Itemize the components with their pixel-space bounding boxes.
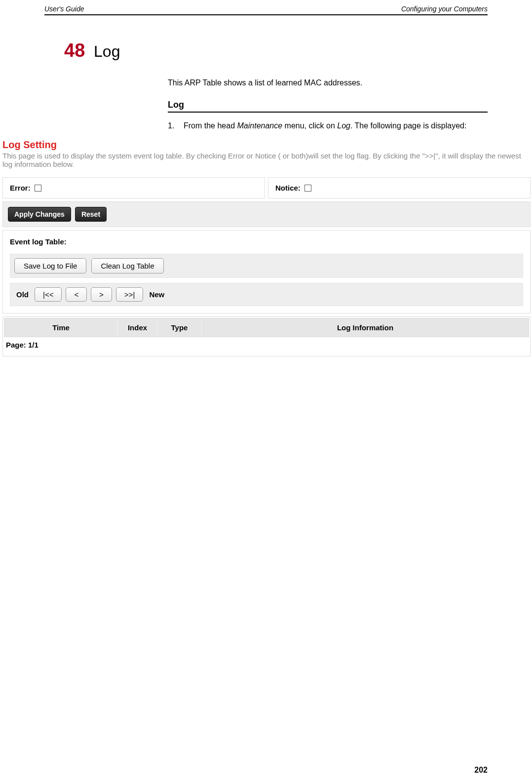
next-page-button[interactable]: > [91, 287, 112, 302]
screenshot-panel: Log Setting This page is used to display… [2, 139, 531, 356]
col-info-header: Log Information [202, 318, 529, 337]
col-time-header: Time [4, 318, 118, 337]
chapter-name: Log [94, 42, 120, 60]
event-log-title: Event log Table: [10, 237, 523, 246]
prev-page-button[interactable]: < [66, 287, 87, 302]
col-type-header: Type [157, 318, 202, 337]
save-log-button[interactable]: Save Log to File [14, 258, 86, 274]
header-left: User's Guide [44, 5, 84, 13]
header-divider [44, 14, 488, 15]
col-index-header: Index [118, 318, 157, 337]
clean-log-button[interactable]: Clean Log Table [91, 258, 163, 274]
step-1: 1. From the head Maintenance menu, click… [168, 121, 488, 130]
error-checkbox-row: Error: [2, 177, 265, 198]
apply-changes-button[interactable]: Apply Changes [8, 207, 71, 222]
page-indicator: Page: 1/1 [4, 338, 529, 356]
notice-label: Notice: [275, 184, 301, 192]
header-right: Configuring your Computers [401, 5, 488, 13]
section-title: Log [168, 100, 488, 113]
intro-text: This ARP Table shows a list of learned M… [168, 78, 488, 87]
log-table: Time Index Type Log Information Page: 1/… [2, 316, 531, 356]
log-setting-description: This page is used to display the system … [2, 152, 531, 168]
table-header-row: Time Index Type Log Information [4, 318, 529, 337]
pagination-row: Old |<< < > >>| New [10, 283, 523, 306]
event-log-buttons: Save Log to File Clean Log Table [10, 254, 523, 278]
first-page-button[interactable]: |<< [35, 287, 62, 302]
old-label: Old [16, 290, 29, 299]
new-label: New [149, 290, 164, 299]
error-label: Error: [10, 184, 31, 192]
step-text: From the head Maintenance menu, click on… [184, 121, 466, 130]
reset-button[interactable]: Reset [75, 207, 107, 222]
last-page-button[interactable]: >>| [116, 287, 143, 302]
notice-checkbox-icon[interactable] [304, 185, 311, 192]
page-number: 202 [474, 766, 488, 775]
log-setting-title: Log Setting [2, 139, 531, 151]
chapter-title: 48 Log [64, 40, 532, 61]
button-bar: Apply Changes Reset [2, 201, 531, 227]
step-number: 1. [168, 121, 184, 130]
chapter-number: 48 [64, 40, 85, 61]
event-log-panel: Event log Table: Save Log to File Clean … [2, 230, 531, 313]
notice-checkbox-row: Notice: [268, 177, 531, 198]
error-checkbox-icon[interactable] [35, 185, 41, 192]
